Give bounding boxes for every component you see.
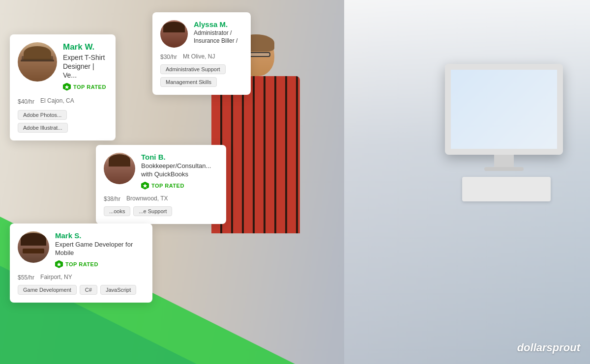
markw-badge-text: TOP RATED xyxy=(73,84,106,90)
marks-title: Expert Game Developer for Mobile xyxy=(55,241,145,257)
tonib-rate-unit: /hr xyxy=(114,196,120,202)
card-markw: Mark W. Expert T-Shirt Designer | Ve... … xyxy=(10,34,116,140)
avatar-alyssam xyxy=(160,20,188,48)
monitor-base xyxy=(484,167,524,171)
marks-skill-3: JavaScript xyxy=(100,285,136,295)
markw-location: El Cajon, CA xyxy=(40,97,74,104)
marks-skill-2: C# xyxy=(80,285,97,295)
card-tonib-info: Toni B. Bookkeeper/Consultan... with Qui… xyxy=(141,153,218,190)
monitor-stand xyxy=(494,155,514,167)
alyssam-skills: Administrative Support Management Skills xyxy=(160,64,243,87)
marks-badge-icon xyxy=(55,260,63,268)
marks-rate-location: $55/hr Fairport, NY xyxy=(18,273,145,281)
tonib-skill-2: ...e Support xyxy=(133,206,172,216)
alyssam-rate-unit: /hr xyxy=(170,54,177,60)
marks-skill-1: Game Development xyxy=(18,285,77,295)
tonib-rate: $38/hr xyxy=(104,195,120,202)
alyssam-title: Administrator / Insurance Biller / xyxy=(194,29,243,45)
tonib-skills: ...ooks ...e Support xyxy=(104,206,218,216)
avatar-markw xyxy=(18,42,57,82)
markw-rate-location: $40/hr El Cajon, CA xyxy=(18,96,108,106)
tonib-skill-1: ...ooks xyxy=(104,206,130,216)
card-markw-info: Mark W. Expert T-Shirt Designer | Ve... … xyxy=(63,42,108,91)
marks-location: Fairport, NY xyxy=(40,274,72,280)
tonib-title: Bookkeeper/Consultan... with QuickBooks xyxy=(141,162,218,179)
marks-badge-text: TOP RATED xyxy=(65,261,98,267)
card-alyssam-header: Alyssa M. Administrator / Insurance Bill… xyxy=(160,20,243,48)
markw-badge: TOP RATED xyxy=(63,83,108,91)
card-markw-header: Mark W. Expert T-Shirt Designer | Ve... … xyxy=(18,42,108,91)
card-tonib: Toni B. Bookkeeper/Consultan... with Qui… xyxy=(96,145,226,224)
markw-title: Expert T-Shirt Designer | Ve... xyxy=(63,53,108,80)
logo-text: dollarsprout xyxy=(517,341,580,354)
monitor xyxy=(445,64,563,171)
card-alyssam-info: Alyssa M. Administrator / Insurance Bill… xyxy=(194,20,243,45)
card-marks-header: Mark S. Expert Game Developer for Mobile… xyxy=(18,231,145,268)
markw-skills: Adobe Photos... Adobe Illustrat... xyxy=(18,110,108,133)
card-marks: Mark S. Expert Game Developer for Mobile… xyxy=(10,224,152,303)
card-marks-info: Mark S. Expert Game Developer for Mobile… xyxy=(55,231,145,268)
alyssam-rate: $30/hr xyxy=(160,53,177,60)
tonib-badge: TOP RATED xyxy=(141,182,218,190)
tonib-name: Toni B. xyxy=(141,153,218,161)
tonib-badge-icon xyxy=(141,182,149,190)
alyssam-rate-location: $30/hr Mt Olive, NJ xyxy=(160,53,243,60)
markw-rate-unit: /hr xyxy=(28,98,34,105)
alyssam-skill-2: Management Skills xyxy=(160,77,217,87)
monitor-screen xyxy=(445,64,563,155)
dollarsprout-logo: dollarsprout xyxy=(517,341,580,354)
card-tonib-header: Toni B. Bookkeeper/Consultan... with Qui… xyxy=(104,153,218,190)
marks-skills: Game Development C# JavaScript xyxy=(18,285,145,295)
avatar-marks xyxy=(18,231,49,263)
marks-rate: $55/hr xyxy=(18,273,34,281)
tonib-location: Brownwood, TX xyxy=(126,195,168,202)
markw-rate: $40/hr xyxy=(18,96,34,106)
markw-skill-1: Adobe Photos... xyxy=(18,110,67,120)
marks-name: Mark S. xyxy=(55,231,145,240)
markw-badge-icon xyxy=(63,83,71,91)
alyssam-name: Alyssa M. xyxy=(194,20,243,28)
marks-badge: TOP RATED xyxy=(55,260,145,268)
keyboard xyxy=(462,177,551,201)
alyssam-location: Mt Olive, NJ xyxy=(183,53,215,60)
card-alyssam: Alyssa M. Administrator / Insurance Bill… xyxy=(152,12,251,95)
markw-skill-2: Adobe Illustrat... xyxy=(18,123,68,133)
avatar-tonib xyxy=(104,153,135,184)
cards-area: Mark W. Expert T-Shirt Designer | Ve... … xyxy=(0,0,270,364)
tonib-badge-text: TOP RATED xyxy=(151,183,184,189)
marks-rate-unit: /hr xyxy=(28,274,34,281)
alyssam-skill-1: Administrative Support xyxy=(160,64,226,74)
markw-name: Mark W. xyxy=(63,42,108,52)
tonib-rate-location: $38/hr Brownwood, TX xyxy=(104,195,218,202)
